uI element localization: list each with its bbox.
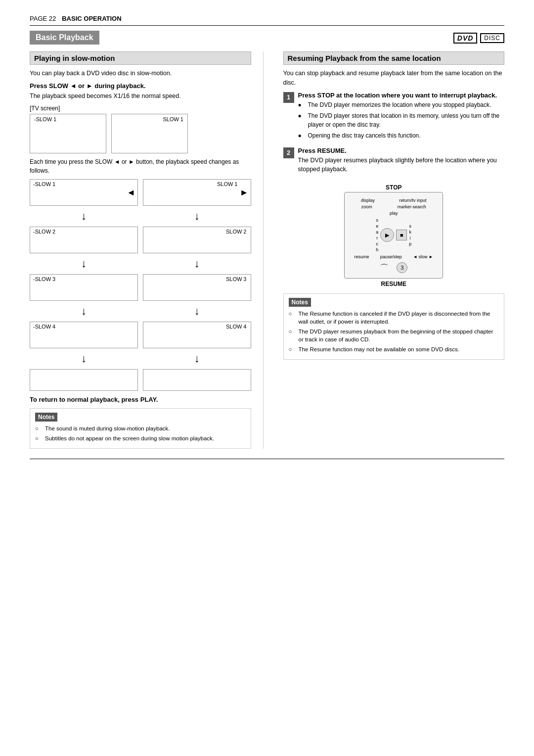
h-label: h xyxy=(376,247,378,252)
p-label: p xyxy=(409,241,411,246)
slow-box-r2: SLOW 2 xyxy=(143,227,251,253)
arrow-down-1: ↓ xyxy=(30,210,138,223)
left-note-2: ○ Subtitles do not appear on the screen … xyxy=(35,434,246,442)
resume-label: RESUME xyxy=(381,281,406,287)
arrow-down-r1: ↓ xyxy=(143,210,251,223)
slow-box-r4: SLOW 4 xyxy=(143,322,251,348)
play-btn: ▶ xyxy=(380,228,394,242)
right-note-1: ○ The Resume function is canceled if the… xyxy=(289,310,499,326)
right-note-bullet-1: ○ xyxy=(289,310,296,326)
note-bullet-1: ○ xyxy=(35,425,42,432)
play-remote-label: play xyxy=(390,211,398,216)
tv-box-right: SLOW 1 xyxy=(111,114,188,153)
search-label: s xyxy=(376,218,378,223)
slow-box-l3: -SLOW 3 xyxy=(30,274,138,301)
zoom-label: zoom xyxy=(361,204,372,209)
remote-diagram: STOP display return/tv input zoom marker… xyxy=(283,184,505,287)
step-1-row: 1 Press STOP at the location where you w… xyxy=(283,92,505,142)
arrow-down-3: ↓ xyxy=(30,305,138,318)
bullet-dot-2: ● xyxy=(298,111,305,129)
right-bullet-text-2: The DVD player stores that location in i… xyxy=(308,111,505,129)
s-k-label: s xyxy=(409,224,412,229)
stop-btn: ■ xyxy=(396,230,407,240)
slow-box-l4: -SLOW 4 xyxy=(30,322,138,348)
left-nav-area: s e a r c h xyxy=(376,218,378,252)
bottom-border xyxy=(30,459,504,459)
tv-screen-label: [TV screen] xyxy=(30,105,251,112)
right-intro-text: You can stop playback and resume playbac… xyxy=(283,69,505,88)
bullet-dot-3: ● xyxy=(298,131,305,140)
slow-box-l1: -SLOW 1 ◄ xyxy=(30,179,138,206)
right-section-title: Resuming Playback from the same location xyxy=(283,51,505,65)
tv-box-left-label: -SLOW 1 xyxy=(34,116,56,122)
right-note-text-2: The DVD player resumes playback from the… xyxy=(299,328,499,343)
slow-box-r5 xyxy=(143,369,251,391)
each-time-text: Each time you press the SLOW ◄ or ► butt… xyxy=(30,157,251,175)
press-slow-heading: Press SLOW ◄ or ► during playback. xyxy=(30,82,251,90)
left-note-1: ○ The sound is muted during slow-motion … xyxy=(35,425,246,432)
step-2-num: 2 xyxy=(283,147,294,158)
left-column: Playing in slow-motion You can play back… xyxy=(30,51,264,449)
pause-step-label: pause/step xyxy=(380,254,402,259)
page-number: PAGE 22 xyxy=(30,15,56,22)
arc-symbol: ⌒ xyxy=(380,262,389,274)
marker-search-label: marker-search xyxy=(398,204,426,209)
note-bullet-2: ○ xyxy=(35,434,42,442)
right-bullet-2: ● The DVD player stores that location in… xyxy=(298,111,505,129)
arrow-down-r2: ↓ xyxy=(143,257,251,270)
remote-body: display return/tv input zoom marker-sear… xyxy=(344,192,443,279)
play-label: To return to normal playback, press PLAY… xyxy=(30,396,251,403)
right-note-3: ○ The Resume function may not be availab… xyxy=(289,345,499,353)
step-1-heading: Press STOP at the location where you wan… xyxy=(298,92,505,99)
arrow-left-icon: ◄ xyxy=(127,187,135,197)
section-label: BASIC OPERATION xyxy=(62,15,121,22)
num-3-btn: 3 xyxy=(397,262,407,273)
slow-label-r2: SLOW 2 xyxy=(226,229,247,235)
left-intro-text: You can play back a DVD video disc in sl… xyxy=(30,69,251,78)
remote-row-2: zoom marker-search xyxy=(349,204,439,209)
right-bullet-text-1: The DVD player memorizes the location wh… xyxy=(308,100,491,109)
right-bullet-3: ● Opening the disc tray cancels this fun… xyxy=(298,131,505,140)
remote-bottom-row: ⌒ 3 xyxy=(349,262,439,274)
slow-box-r3: SLOW 3 xyxy=(143,274,251,301)
right-bullet-text-3: Opening the disc tray cancels this funct… xyxy=(308,131,421,140)
slow-label-r4: SLOW 4 xyxy=(226,324,247,330)
c-label: c xyxy=(376,241,378,246)
slow-label-l4: -SLOW 4 xyxy=(33,324,55,330)
e-label: e xyxy=(376,224,378,229)
step-2-text: The DVD player resumes playback slightly… xyxy=(298,156,505,175)
return-tv-label: return/tv input xyxy=(399,198,426,203)
step-2-row: 2 Press RESUME. The DVD player resumes p… xyxy=(283,147,505,179)
tv-box-left: -SLOW 1 xyxy=(30,114,106,153)
slow-col-right: SLOW 1 ► ↓ SLOW 2 ↓ SLOW 3 ↓ SLOW 4 ↓ xyxy=(143,179,251,391)
k-label: k xyxy=(409,230,412,235)
dvd-logo: DVD xyxy=(453,33,478,44)
right-note-bullet-2: ○ xyxy=(289,328,296,343)
arrow-right-icon-1: ► xyxy=(240,187,249,197)
main-title: Basic Playback xyxy=(30,31,99,45)
right-note-text-1: The Resume function is canceled if the D… xyxy=(299,310,499,326)
bullet-dot-1: ● xyxy=(298,100,305,109)
remote-center-cluster: s e a r c h ▶ ■ s k i p xyxy=(349,218,439,252)
right-notes-header: Notes xyxy=(289,298,311,307)
r-label: r xyxy=(376,236,378,240)
left-note-text-1: The sound is muted during slow-motion pl… xyxy=(45,425,170,432)
slow-box-l2: -SLOW 2 xyxy=(30,227,138,253)
left-notes-header: Notes xyxy=(35,413,57,422)
slow-btn-label: ◄ slow ► xyxy=(413,254,433,259)
right-note-text-3: The Resume function may not be available… xyxy=(299,345,459,353)
tv-screen-row: -SLOW 1 SLOW 1 xyxy=(30,114,251,153)
right-note-2: ○ The DVD player resumes playback from t… xyxy=(289,328,499,343)
display-label: display xyxy=(361,198,375,203)
logo-area: DVD DISC xyxy=(453,33,504,44)
slow-col-left: -SLOW 1 ◄ ↓ -SLOW 2 ↓ -SLOW 3 ↓ -SLOW 4 … xyxy=(30,179,138,391)
right-nav-area: s k i p xyxy=(409,224,411,246)
left-note-text-2: Subtitles do not appear on the screen du… xyxy=(45,434,214,442)
a-label: a xyxy=(376,230,378,235)
right-bullet-1: ● The DVD player memorizes the location … xyxy=(298,100,505,109)
arrow-down-r3: ↓ xyxy=(143,305,251,318)
remote-row-1: display return/tv input xyxy=(349,198,439,203)
remote-row-bottom: resume pause/step ◄ slow ► xyxy=(349,254,439,259)
main-content: Playing in slow-motion You can play back… xyxy=(30,51,504,449)
slow-label-r3: SLOW 3 xyxy=(226,276,247,282)
